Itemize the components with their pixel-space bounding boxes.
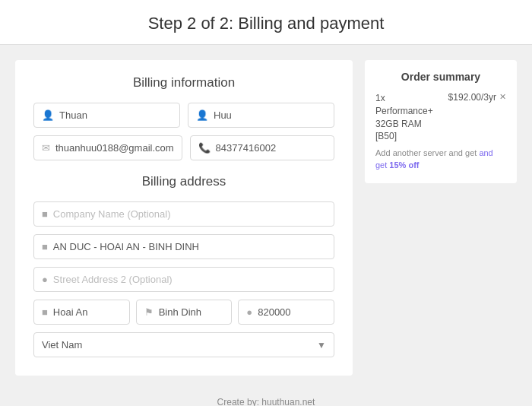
country-field[interactable]: Viet Nam ▼ xyxy=(33,332,334,357)
city-field[interactable]: ■ Hoai An xyxy=(33,300,130,325)
email-field[interactable]: ✉ thuanhuu0188@gmail.com xyxy=(33,135,182,160)
city-state-zip-row: ■ Hoai An ⚑ Binh Dinh ● 820000 xyxy=(33,300,334,325)
name-row: 👤 Thuan 👤 Huu xyxy=(33,103,334,128)
street1-field[interactable]: ■ AN DUC - HOAI AN - BINH DINH xyxy=(33,234,334,259)
company-field[interactable]: ■ Company Name (Optional) xyxy=(33,201,334,227)
street1-value: AN DUC - HOAI AN - BINH DINH xyxy=(53,241,199,252)
last-name-value: Huu xyxy=(214,109,232,121)
street2-placeholder: Street Address 2 (Optional) xyxy=(53,274,173,285)
first-name-value: Thuan xyxy=(59,109,87,121)
building-icon-2: ■ xyxy=(42,306,48,318)
order-item-price: $192.00/3yr xyxy=(448,92,496,103)
contact-row: ✉ thuanhuu0188@gmail.com 📞 84377416002 xyxy=(33,135,334,160)
order-item-name: 1x Performance+ 32GB RAM [B50] xyxy=(375,92,445,143)
zip-value: 820000 xyxy=(258,306,290,318)
billing-address-title: Billing address xyxy=(33,174,334,189)
pin-icon: ● xyxy=(42,274,48,285)
upsell-text: Add another server and get xyxy=(375,148,477,157)
zip-field[interactable]: ● 820000 xyxy=(238,300,334,325)
street2-field[interactable]: ● Street Address 2 (Optional) xyxy=(33,267,334,292)
order-summary-panel: Order summary 1x Performance+ 32GB RAM [… xyxy=(365,60,517,183)
country-select[interactable]: Viet Nam xyxy=(42,339,326,350)
person-icon: 👤 xyxy=(42,109,54,121)
order-summary-title: Order summary xyxy=(375,71,506,83)
state-field[interactable]: ⚑ Binh Dinh xyxy=(136,300,233,325)
remove-item-button[interactable]: ✕ xyxy=(499,92,506,102)
building-icon: ■ xyxy=(42,208,48,220)
city-value: Hoai An xyxy=(53,306,88,318)
order-item-row: 1x Performance+ 32GB RAM [B50] $192.00/3… xyxy=(375,92,506,143)
billing-info-title: Billing information xyxy=(33,75,334,90)
main-area: Billing information 👤 Thuan 👤 Huu ✉ thua… xyxy=(0,45,532,391)
phone-field[interactable]: 📞 84377416002 xyxy=(190,135,334,160)
order-upsell: Add another server and get and get 15% o… xyxy=(375,147,506,171)
first-name-field[interactable]: 👤 Thuan xyxy=(33,103,180,128)
page-title-bar: Step 2 of 2: Billing and payment xyxy=(0,0,532,45)
globe-icon: ● xyxy=(246,306,252,318)
footer-credit: Create by: huuthuan.net xyxy=(0,391,532,406)
billing-address-section: Billing address ■ Company Name (Optional… xyxy=(33,174,334,357)
phone-icon: 📞 xyxy=(198,142,211,154)
company-placeholder: Company Name (Optional) xyxy=(53,208,171,220)
flag-icon: ⚑ xyxy=(144,306,154,318)
map-icon: ■ xyxy=(42,241,48,252)
state-value: Binh Dinh xyxy=(159,306,201,318)
phone-value: 84377416002 xyxy=(216,142,277,154)
person-icon-2: 👤 xyxy=(196,109,208,121)
last-name-field[interactable]: 👤 Huu xyxy=(188,103,334,128)
upsell-discount: 15% off xyxy=(389,160,419,170)
page-title: Step 2 of 2: Billing and payment xyxy=(8,14,524,33)
email-value: thuanhuu0188@gmail.com xyxy=(55,142,174,154)
left-panel: Billing information 👤 Thuan 👤 Huu ✉ thua… xyxy=(15,60,353,376)
email-icon: ✉ xyxy=(42,142,50,154)
